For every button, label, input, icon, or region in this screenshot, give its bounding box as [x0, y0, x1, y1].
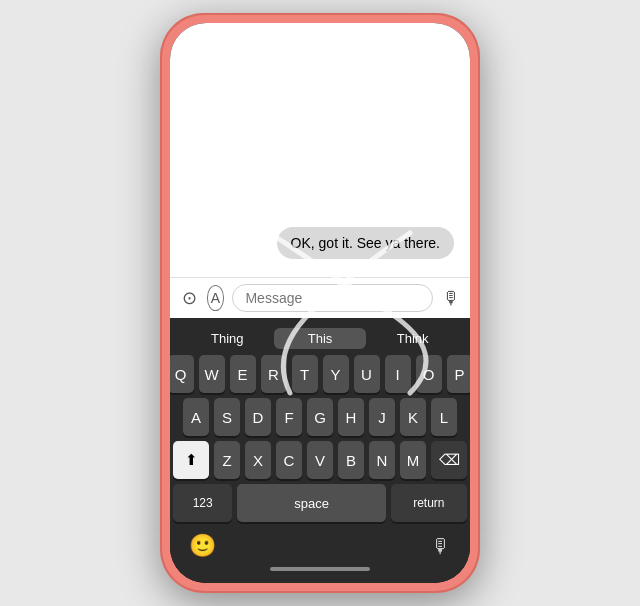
key-t[interactable]: T	[292, 355, 318, 393]
home-indicator	[270, 567, 370, 571]
key-m[interactable]: M	[400, 441, 426, 479]
message-input[interactable]	[232, 284, 433, 312]
key-i[interactable]: I	[385, 355, 411, 393]
key-j[interactable]: J	[369, 398, 395, 436]
shift-key[interactable]: ⬆	[173, 441, 209, 479]
message-bubble: OK, got it. See ya there.	[277, 227, 454, 259]
camera-icon[interactable]: ⊙	[180, 284, 199, 312]
key-s[interactable]: S	[214, 398, 240, 436]
microphone-icon[interactable]: 🎙	[431, 535, 451, 558]
suggestion-think[interactable]: Think	[366, 328, 459, 349]
key-u[interactable]: U	[354, 355, 380, 393]
phone-screen: OK, got it. See ya there. ⊙ A 🎙 Thing Th…	[170, 23, 470, 583]
key-row-1: Q W E R T Y U I O P	[173, 355, 467, 393]
key-row-4: 123 space return	[173, 484, 467, 522]
key-k[interactable]: K	[400, 398, 426, 436]
return-key[interactable]: return	[391, 484, 467, 522]
appstore-icon[interactable]: A	[207, 285, 225, 311]
input-bar: ⊙ A 🎙	[170, 277, 470, 318]
key-a[interactable]: A	[183, 398, 209, 436]
numbers-key[interactable]: 123	[173, 484, 232, 522]
emoji-icon[interactable]: 🙂	[189, 533, 216, 559]
space-key[interactable]: space	[237, 484, 385, 522]
key-y[interactable]: Y	[323, 355, 349, 393]
key-h[interactable]: H	[338, 398, 364, 436]
key-v[interactable]: V	[307, 441, 333, 479]
key-b[interactable]: B	[338, 441, 364, 479]
chat-area: OK, got it. See ya there.	[170, 23, 470, 277]
key-c[interactable]: C	[276, 441, 302, 479]
suggestion-this[interactable]: This	[274, 328, 367, 349]
key-e[interactable]: E	[230, 355, 256, 393]
suggestions-row: Thing This Think	[173, 324, 467, 355]
microphone-icon-input[interactable]: 🎙	[441, 284, 460, 312]
phone-frame: OK, got it. See ya there. ⊙ A 🎙 Thing Th…	[160, 13, 480, 593]
key-f[interactable]: F	[276, 398, 302, 436]
key-o[interactable]: O	[416, 355, 442, 393]
key-x[interactable]: X	[245, 441, 271, 479]
home-indicator-bar	[173, 563, 467, 579]
suggestion-thing[interactable]: Thing	[181, 328, 274, 349]
key-d[interactable]: D	[245, 398, 271, 436]
key-q[interactable]: Q	[170, 355, 194, 393]
bottom-bar: 🙂 🎙	[173, 527, 467, 563]
key-row-3: ⬆ Z X C V B N M ⌫	[173, 441, 467, 479]
key-row-2: A S D F G H J K L	[173, 398, 467, 436]
key-l[interactable]: L	[431, 398, 457, 436]
key-w[interactable]: W	[199, 355, 225, 393]
key-p[interactable]: P	[447, 355, 471, 393]
key-r[interactable]: R	[261, 355, 287, 393]
keyboard: Thing This Think Q W E R T Y U I O P A S	[170, 318, 470, 583]
key-g[interactable]: G	[307, 398, 333, 436]
delete-key[interactable]: ⌫	[431, 441, 467, 479]
key-z[interactable]: Z	[214, 441, 240, 479]
key-n[interactable]: N	[369, 441, 395, 479]
